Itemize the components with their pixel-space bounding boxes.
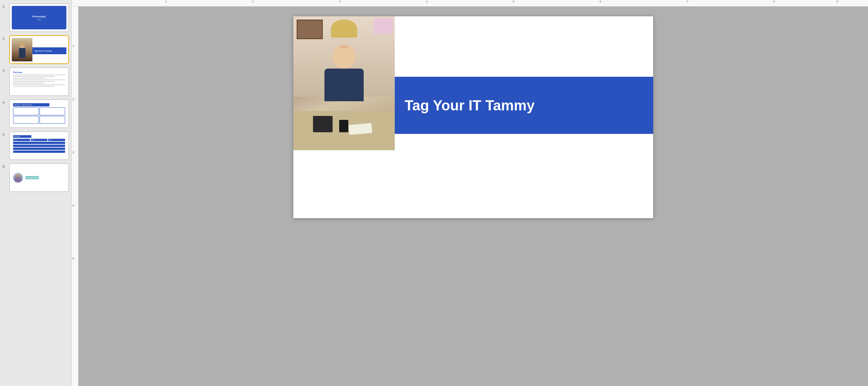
ruler-v-label-5: 5 <box>72 257 74 260</box>
slide-6-img <box>13 173 23 182</box>
slide-number-3: 3 <box>3 67 7 72</box>
slide-thumbnail-5[interactable]: 5 Persona Col 1 Col 2 Col 3 <box>3 131 69 160</box>
slide-4-cell2 <box>39 107 65 115</box>
slide-4-header: Persona - Pains & Gains <box>13 103 50 106</box>
svg-point-1 <box>19 42 26 46</box>
slide-1-preview: Persona(s) 2021 <box>12 6 66 29</box>
slide-6-person <box>15 174 21 182</box>
slide-2-preview: Tag Your IT Tammy <box>12 38 66 61</box>
slide-5-cols: Col 1 Col 2 Col 3 <box>13 139 65 141</box>
slide-main-title: Tag Your IT Tammy <box>405 97 535 114</box>
desk-device <box>313 116 333 132</box>
ruler-vertical: 1 2 3 4 5 <box>72 6 79 386</box>
slide-canvas[interactable]: Tag Your IT Tammy <box>293 16 653 218</box>
canvas-inner: 1 2 3 4 5 <box>72 6 868 386</box>
slide-5-col1: Col 1 <box>13 139 30 141</box>
person-figure <box>315 20 373 101</box>
slide-5-preview: Persona Col 1 Col 2 Col 3 <box>12 134 66 157</box>
slide-3-line2 <box>13 76 55 77</box>
slide-number-2: 2 <box>3 35 7 40</box>
svg-rect-2 <box>19 48 26 58</box>
slide-5-row1 <box>13 142 65 144</box>
slide-4-cell3 <box>13 116 39 124</box>
slide-thumbnail-3[interactable]: 3 Persona <box>3 67 69 96</box>
slide-3-line7 <box>13 84 65 85</box>
office-item-right <box>373 18 393 34</box>
slide-4-preview: Persona - Pains & Gains <box>12 102 66 126</box>
ruler-v-label-1: 1 <box>72 44 74 48</box>
person-body <box>324 69 364 101</box>
ruler-h-label-1: 1 <box>165 0 167 3</box>
slide-photo <box>293 16 395 150</box>
slide-4-cell4 <box>39 116 65 124</box>
ruler-horizontal: 1 2 3 4 5 6 7 8 9 <box>72 0 868 6</box>
slide-2-bar: Tag Your IT Tammy <box>32 47 66 55</box>
ruler-h-label-8: 8 <box>773 0 775 3</box>
slide-6-label: Owner Ollie <box>26 176 39 179</box>
slide-2-title: Tag Your IT Tammy <box>34 50 52 52</box>
ruler-h-label-4: 4 <box>426 0 428 3</box>
slide-thumbnail-1[interactable]: 1 Persona(s) 2021 <box>3 3 69 32</box>
slide-thumb-inner-5[interactable]: Persona Col 1 Col 2 Col 3 <box>9 131 69 160</box>
slide-2-person <box>12 38 32 61</box>
slide-3-line1 <box>13 74 65 75</box>
slide-thumbnail-6[interactable]: 6 Owner Ollie <box>3 163 69 192</box>
ruler-v-label-2: 2 <box>72 98 74 101</box>
slide-thumb-inner-4[interactable]: Persona - Pains & Gains <box>9 99 69 128</box>
ruler-v-label-4: 4 <box>72 204 74 207</box>
slide-6-preview: Owner Ollie <box>12 166 66 189</box>
slide-thumb-inner-1[interactable]: Persona(s) 2021 <box>9 3 69 32</box>
slide-5-row4 <box>13 150 65 153</box>
slide-1-title: Persona(s) <box>32 15 46 18</box>
slide-1-subtitle: 2021 <box>37 19 41 21</box>
desk-papers <box>349 123 372 135</box>
slide-thumbnail-2[interactable]: 2 Tag Your IT Tammy <box>3 35 69 64</box>
ruler-h-label-5: 5 <box>513 0 515 3</box>
ruler-h-label-9: 9 <box>836 0 838 3</box>
slide-thumb-inner-3[interactable]: Persona <box>9 67 69 96</box>
ruler-h-label-3: 3 <box>339 0 341 3</box>
slide-3-line6 <box>13 83 44 83</box>
person-smile <box>339 44 349 47</box>
slide-thumbnail-4[interactable]: 4 Persona - Pains & Gains <box>3 99 69 128</box>
slide-3-line5 <box>13 81 55 82</box>
slide-5-col2: Col 2 <box>31 139 48 141</box>
person-hair <box>331 20 357 38</box>
canvas-scroll[interactable]: Tag Your IT Tammy <box>79 6 868 386</box>
person-face <box>332 44 356 69</box>
slide-3-line8 <box>13 86 55 87</box>
slide-4-cell1 <box>13 107 39 115</box>
slide-3-line4 <box>13 79 65 80</box>
slide-number-5: 5 <box>3 131 7 137</box>
slide-thumb-inner-2[interactable]: Tag Your IT Tammy <box>9 35 69 64</box>
slide-photo-content <box>293 16 395 150</box>
main-canvas-area: 1 2 3 4 5 6 7 8 9 1 2 3 4 5 <box>72 0 868 386</box>
slide-number-4: 4 <box>3 99 7 105</box>
slide-number-6: 6 <box>3 163 7 169</box>
slide-5-header: Persona <box>13 135 31 138</box>
ruler-h-label-6: 6 <box>599 0 601 3</box>
slide-2-img <box>12 38 32 61</box>
ruler-v-label-3: 3 <box>72 151 74 154</box>
slide-5-row2 <box>13 145 65 147</box>
slide-5-col3: Col 3 <box>48 139 65 141</box>
slide-thumb-inner-6[interactable]: Owner Ollie <box>9 163 69 192</box>
slide-3-header: Persona <box>13 71 65 73</box>
slide-3-line3 <box>13 78 44 79</box>
ruler-h-label-7: 7 <box>686 0 688 3</box>
slide-3-preview: Persona <box>12 70 66 94</box>
desk-surface <box>293 111 395 150</box>
slides-panel: 1 Persona(s) 2021 2 <box>0 0 72 386</box>
slide-5-row3 <box>13 148 65 150</box>
desk-cup <box>339 120 348 132</box>
ruler-h-label-2: 2 <box>252 0 254 3</box>
slide-4-grid <box>13 107 65 124</box>
slide-number-1: 1 <box>3 3 7 8</box>
